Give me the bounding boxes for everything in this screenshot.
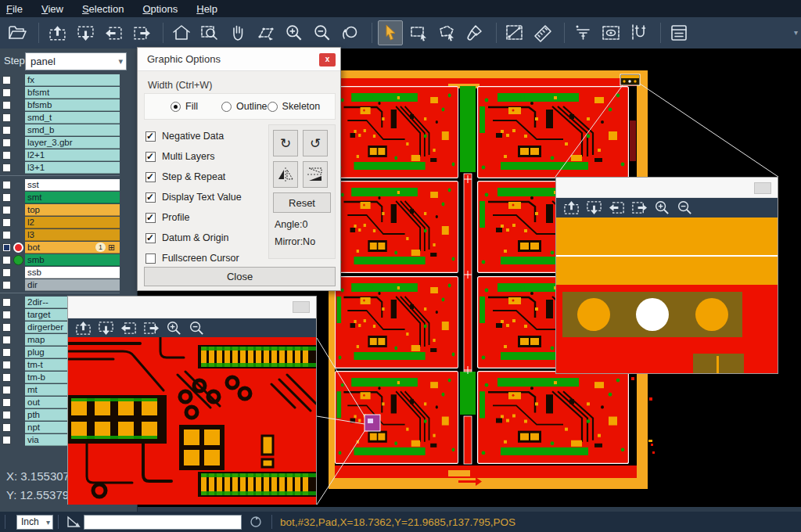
dialog-close-icon[interactable]: x <box>319 53 336 66</box>
layer-checkbox[interactable] <box>2 231 11 239</box>
layer-row[interactable]: l3+1 <box>0 161 120 174</box>
layer-checkbox[interactable] <box>2 151 11 160</box>
checkbox-icon[interactable] <box>145 233 156 243</box>
layer-checkbox[interactable] <box>2 298 11 307</box>
display-option-row[interactable]: Display Text Value <box>145 187 242 207</box>
layer-row[interactable]: ssb <box>0 266 120 279</box>
select-rectangle-button[interactable] <box>406 20 431 45</box>
rotate-ccw-button[interactable]: ↺ <box>303 130 328 156</box>
zoom-out-button[interactable] <box>310 20 335 45</box>
layer-checkbox[interactable] <box>2 386 11 394</box>
clear-highlight-button[interactable] <box>462 20 487 45</box>
layer-checkbox[interactable] <box>2 361 11 369</box>
window-button[interactable] <box>754 182 771 194</box>
layer-row[interactable]: top <box>0 203 120 216</box>
pan-right-button[interactable] <box>129 20 154 45</box>
open-file-button[interactable] <box>5 20 30 45</box>
checkbox-icon[interactable] <box>145 192 156 203</box>
width-mode-radio[interactable]: Skeleton <box>268 101 321 112</box>
layer-checkbox[interactable] <box>2 348 11 357</box>
rotate-cw-button[interactable]: ↻ <box>273 130 298 156</box>
layer-row[interactable]: bfsmt <box>0 86 120 99</box>
layer-checkbox[interactable] <box>2 423 11 432</box>
magnifier-title-bar[interactable] <box>556 178 778 198</box>
layer-row[interactable]: l3 <box>0 228 120 241</box>
layer-checkbox[interactable] <box>2 76 11 84</box>
measure-distance-button[interactable] <box>502 20 527 45</box>
layer-checkbox[interactable] <box>2 373 11 382</box>
command-input[interactable] <box>84 515 242 530</box>
pan-hand-button[interactable] <box>225 20 250 45</box>
pan-up-icon[interactable] <box>74 320 92 336</box>
home-view-button[interactable] <box>169 20 194 45</box>
width-mode-radio[interactable]: Outline <box>221 101 268 112</box>
pan-down-icon[interactable] <box>97 320 115 336</box>
layer-checkbox[interactable] <box>2 398 11 407</box>
select-arrow-button[interactable] <box>378 20 403 45</box>
checkbox-icon[interactable] <box>145 253 156 264</box>
ruler-button[interactable] <box>530 20 555 45</box>
layer-row[interactable]: smd_b <box>0 124 120 136</box>
filter-button[interactable] <box>570 20 595 45</box>
pan-left-icon[interactable] <box>120 320 138 336</box>
radio-icon[interactable] <box>268 102 278 112</box>
snap-button[interactable] <box>627 20 652 45</box>
layer-row[interactable]: smt <box>0 191 120 203</box>
checkbox-icon[interactable] <box>145 131 156 142</box>
layer-checkbox[interactable] <box>2 281 11 289</box>
zoom-in-icon[interactable] <box>165 320 183 336</box>
dialog-title-bar[interactable]: Graphic Options x <box>138 48 340 71</box>
step-combobox[interactable]: panel ▾ <box>25 52 127 70</box>
zoom-in-icon[interactable] <box>653 200 671 216</box>
view-options-button[interactable] <box>598 20 623 45</box>
zoom-previous-button[interactable] <box>338 20 363 45</box>
layer-checkbox[interactable] <box>2 206 11 214</box>
display-option-row[interactable]: Multi Layers <box>145 146 242 167</box>
close-button[interactable]: Close <box>144 267 336 286</box>
layer-checkbox[interactable] <box>2 181 11 189</box>
layer-checkbox[interactable] <box>2 323 11 332</box>
display-option-row[interactable]: Negative Data <box>145 126 242 146</box>
display-option-row[interactable]: Step & Repeat <box>145 167 242 187</box>
layer-checkbox[interactable] <box>2 113 11 122</box>
select-polygon-button[interactable] <box>434 20 459 45</box>
zoom-in-button[interactable] <box>282 20 307 45</box>
zoom-out-icon[interactable] <box>676 200 694 216</box>
radio-icon[interactable] <box>221 102 232 112</box>
magnifier-window-detail[interactable] <box>67 296 317 505</box>
layer-row[interactable]: l2 <box>0 216 120 228</box>
radio-icon[interactable] <box>171 102 181 112</box>
pan-left-icon[interactable] <box>608 200 626 216</box>
pan-down-icon[interactable] <box>585 200 603 216</box>
layer-checkbox[interactable] <box>2 193 11 202</box>
layer-row[interactable]: smd_t <box>0 111 120 124</box>
layer-checkbox[interactable] <box>2 164 11 172</box>
layer-checkbox[interactable] <box>2 243 11 252</box>
layer-checkbox[interactable] <box>2 126 11 135</box>
layer-row[interactable]: sst <box>0 178 120 191</box>
display-option-row[interactable]: Fullscreen Cursor <box>145 248 242 268</box>
menu-item[interactable]: File <box>6 3 23 15</box>
magnifier-window-corner[interactable] <box>555 177 778 374</box>
layer-checkbox[interactable] <box>2 138 11 147</box>
layer-row[interactable]: smb <box>0 253 120 266</box>
move-view-button[interactable] <box>253 20 278 45</box>
window-button[interactable] <box>293 301 310 313</box>
layer-checkbox[interactable] <box>2 101 11 110</box>
layer-row[interactable]: layer_3.gbr <box>0 136 120 149</box>
layer-checkbox[interactable] <box>2 218 11 227</box>
measure-angle-icon[interactable] <box>66 516 81 528</box>
layer-checkbox[interactable] <box>2 336 11 344</box>
layer-row[interactable]: fx <box>0 74 120 86</box>
pan-left-button[interactable] <box>101 20 126 45</box>
display-option-row[interactable]: Profile <box>145 207 242 228</box>
layer-row[interactable]: l2+1 <box>0 149 120 161</box>
layer-table-button[interactable] <box>666 20 691 45</box>
menu-item[interactable]: Options <box>142 3 178 15</box>
pan-right-icon[interactable] <box>142 320 160 336</box>
zoom-out-icon[interactable] <box>188 320 206 336</box>
magnifier-content[interactable] <box>68 337 316 508</box>
menu-item[interactable]: View <box>41 3 63 15</box>
pan-down-button[interactable] <box>73 20 98 45</box>
menu-item[interactable]: Help <box>196 3 217 15</box>
